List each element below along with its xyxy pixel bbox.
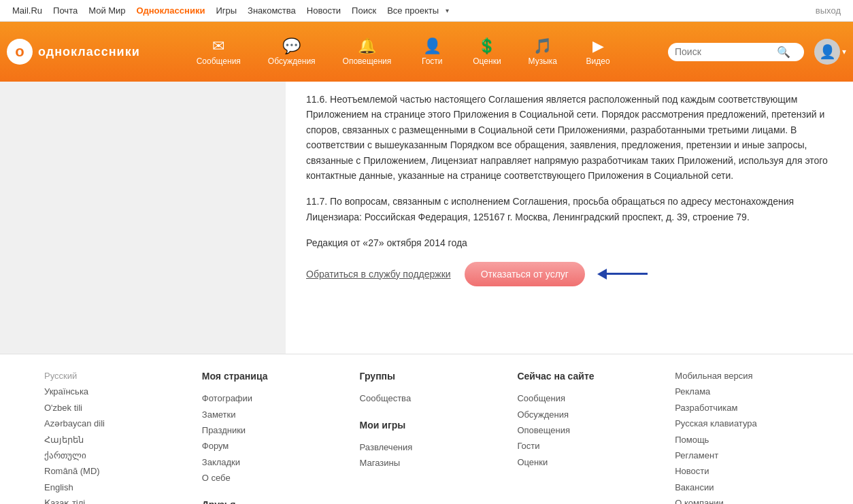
topnav-mailru[interactable]: Mail.Ru: [7, 0, 48, 22]
header-nav-icons: ✉ Сообщения 💬 Обсуждения 🔔 Оповещения 👤 …: [140, 32, 668, 71]
footer-my-games-title: Мои игры: [360, 417, 504, 434]
cancel-services-button[interactable]: Отказаться от услуг: [465, 262, 585, 286]
footer-bookmarks[interactable]: Закладки: [202, 454, 346, 470]
ratings-icon: 💲: [478, 37, 496, 55]
support-link[interactable]: Обратиться в службу поддержки: [306, 269, 451, 280]
footer-mobile[interactable]: Мобильная версия: [675, 368, 819, 384]
search-area: 🔍: [668, 43, 804, 61]
footer-lang-current: Русский: [44, 368, 188, 384]
search-input[interactable]: [675, 46, 777, 57]
search-button[interactable]: 🔍: [777, 46, 790, 58]
footer-site-ratings[interactable]: Оценки: [517, 454, 661, 470]
user-area: 👤 ▾: [814, 39, 846, 65]
topnav-novosti[interactable]: Новости: [301, 0, 346, 22]
topnav-znakomstva[interactable]: Знакомства: [242, 0, 301, 22]
footer-developers[interactable]: Разработчикам: [675, 400, 819, 416]
footer-lang-english[interactable]: English: [44, 480, 188, 495]
logo-icon[interactable]: о: [7, 39, 33, 65]
arrow-head: [597, 269, 607, 280]
paragraph-117: 11.7. По вопросам, связанным с исполнени…: [306, 194, 833, 224]
footer-communities[interactable]: Сообщества: [360, 390, 504, 406]
nav-messages-label: Сообщения: [197, 56, 241, 66]
footer-ads[interactable]: Реклама: [675, 384, 819, 399]
footer: Русский Українська O'zbek tili Azərbayca…: [0, 354, 853, 504]
nav-video-label: Видео: [586, 56, 610, 66]
footer-lang-ukrainian[interactable]: Українська: [44, 384, 188, 399]
paragraph-116: 11.6. Неотъемлемой частью настоящего Сог…: [306, 92, 833, 183]
footer-friends-title: Друзья: [202, 497, 346, 504]
topnav-odnoklassniki[interactable]: Одноклассники: [131, 0, 211, 22]
footer-entertainment[interactable]: Развлечения: [360, 439, 504, 455]
footer-lang-armenian[interactable]: Հայերեն: [44, 432, 188, 448]
footer-photos[interactable]: Фотографии: [202, 390, 346, 406]
logo-area: о одноклассники: [7, 39, 140, 65]
footer-my-page: Моя страница Фотографии Заметки Праздник…: [202, 368, 360, 504]
footer-help[interactable]: Помощь: [675, 432, 819, 448]
nav-music-label: Музыка: [529, 56, 557, 66]
topnav-all-projects[interactable]: Все проекты ▾: [382, 0, 449, 22]
content-wrapper: 11.6. Неотъемлемой частью настоящего Сог…: [0, 82, 853, 354]
footer-shops[interactable]: Магазины: [360, 455, 504, 471]
nav-ratings-label: Оценки: [473, 56, 501, 66]
footer-forum[interactable]: Форум: [202, 438, 346, 454]
footer-holidays[interactable]: Праздники: [202, 422, 346, 438]
messages-icon: ✉: [212, 37, 224, 55]
nav-guests-label: Гости: [422, 56, 443, 66]
nav-notifications[interactable]: 🔔 Оповещения: [329, 32, 405, 71]
footer-notes[interactable]: Заметки: [202, 407, 346, 422]
notifications-icon: 🔔: [358, 37, 376, 55]
footer-site-discussions[interactable]: Обсуждения: [517, 407, 661, 422]
footer-news[interactable]: Новости: [675, 463, 819, 479]
footer-site-notifications[interactable]: Оповещения: [517, 422, 661, 438]
user-avatar[interactable]: 👤: [814, 39, 840, 65]
nav-music[interactable]: 🎵 Музыка: [515, 32, 571, 71]
footer-lang-kazakh[interactable]: Қазақ тілі: [44, 495, 188, 504]
edition-date: Редакция от «27» октября 2014 года: [306, 235, 833, 250]
nav-video[interactable]: ▶ Видео: [571, 32, 625, 71]
footer-lang-romanian[interactable]: Română (MD): [44, 463, 188, 479]
sidebar: [0, 82, 286, 354]
user-dropdown-arrow[interactable]: ▾: [842, 47, 846, 56]
topnav-moimir[interactable]: Мой Мир: [83, 0, 131, 22]
video-icon: ▶: [592, 37, 604, 55]
footer-groups-games: Группы Сообщества Мои игры Развлечения М…: [360, 368, 518, 504]
footer-regulations[interactable]: Регламент: [675, 448, 819, 463]
nav-discussions-label: Обсуждения: [268, 56, 316, 66]
footer-now-on-site: Сейчас на сайте Сообщения Обсуждения Опо…: [517, 368, 675, 504]
footer-groups-title: Группы: [360, 368, 504, 385]
footer-now-on-site-title: Сейчас на сайте: [517, 368, 661, 385]
top-navigation: Mail.Ru Почта Мой Мир Одноклассники Игры…: [0, 0, 853, 22]
main-content: 11.6. Неотъемлемой частью настоящего Сог…: [286, 82, 853, 354]
arrow-line: [607, 273, 648, 275]
nav-guests[interactable]: 👤 Гости: [405, 32, 459, 71]
footer-my-page-title: Моя страница: [202, 368, 346, 385]
footer-lang-georgian[interactable]: ქართული: [44, 448, 188, 463]
action-row: Обратиться в службу поддержки Отказаться…: [306, 262, 833, 286]
nav-notifications-label: Оповещения: [343, 56, 392, 66]
main-header: о одноклассники ✉ Сообщения 💬 Обсуждения…: [0, 22, 853, 82]
footer-about[interactable]: О себе: [202, 470, 346, 486]
logout-link[interactable]: выход: [810, 5, 846, 16]
footer-lang-uzbek[interactable]: O'zbek tili: [44, 400, 188, 416]
guests-icon: 👤: [423, 37, 441, 55]
footer-company[interactable]: О компании: [675, 495, 819, 504]
logo-text: одноклассники: [38, 45, 140, 59]
footer-site-guests[interactable]: Гости: [517, 438, 661, 454]
footer-lang-azerbaijani[interactable]: Azərbaycan dili: [44, 416, 188, 431]
footer-languages: Русский Українська O'zbek tili Azərbayca…: [44, 368, 202, 504]
arrow-indicator: [599, 269, 648, 280]
discussions-icon: 💬: [282, 37, 301, 55]
topnav-pochta[interactable]: Почта: [48, 0, 83, 22]
nav-discussions[interactable]: 💬 Обсуждения: [254, 32, 329, 71]
footer-site-messages[interactable]: Сообщения: [517, 390, 661, 406]
nav-ratings[interactable]: 💲 Оценки: [459, 32, 514, 71]
topnav-igry[interactable]: Игры: [210, 0, 242, 22]
footer-keyboard[interactable]: Русская клавиатура: [675, 416, 819, 431]
footer-vacancies[interactable]: Вакансии: [675, 480, 819, 495]
topnav-poisk[interactable]: Поиск: [346, 0, 382, 22]
music-icon: 🎵: [533, 37, 552, 55]
nav-messages[interactable]: ✉ Сообщения: [183, 32, 254, 71]
footer-other: Мобильная версия Реклама Разработчикам Р…: [675, 368, 833, 504]
